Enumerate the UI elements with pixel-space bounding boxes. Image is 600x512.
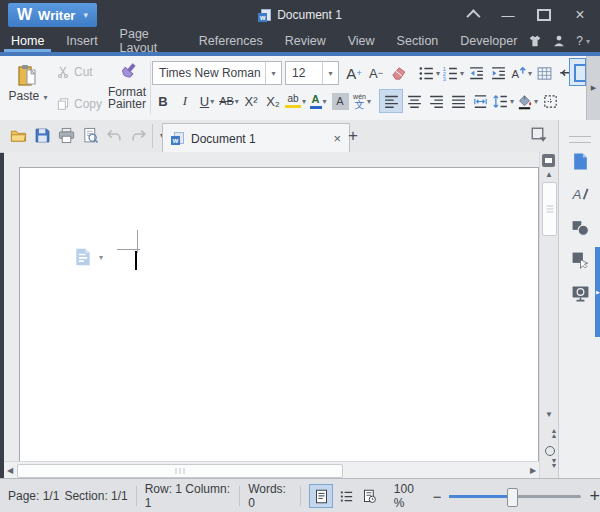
help-button[interactable]: ?▾	[576, 34, 590, 48]
underline-button[interactable]: U▾	[196, 90, 218, 112]
print-button[interactable]	[56, 125, 76, 147]
copy-button[interactable]: Copy	[56, 94, 102, 114]
word-count-indicator[interactable]: Words: 0	[248, 482, 291, 510]
tab-list-button[interactable]	[530, 126, 548, 144]
row-column-indicator[interactable]: Row: 1 Column: 1	[145, 482, 232, 510]
paste-button[interactable]: Paste ▾	[6, 58, 50, 118]
zoom-slider-thumb[interactable]	[507, 488, 518, 507]
undo-button[interactable]	[104, 125, 124, 147]
highlight-button[interactable]: ab ▾	[284, 90, 307, 112]
document-page[interactable]	[19, 167, 539, 464]
screen-capture-icon[interactable]	[571, 284, 590, 303]
shading-button[interactable]: ▾	[515, 90, 539, 112]
account-person-icon[interactable]	[552, 34, 566, 48]
minimize-button[interactable]: —	[494, 4, 522, 26]
text-effects-button[interactable]: ▾	[509, 62, 533, 84]
maximize-button[interactable]	[530, 4, 558, 26]
zoom-out-button[interactable]: −	[433, 489, 442, 504]
new-document-tab-button[interactable]: +	[342, 125, 364, 147]
justify-button[interactable]	[447, 90, 469, 112]
tab-developer[interactable]: Developer	[449, 30, 528, 52]
line-spacing-button[interactable]: ▾	[491, 90, 515, 112]
scroll-left-icon[interactable]: ◀	[4, 466, 16, 475]
insert-table-button[interactable]	[533, 62, 555, 84]
horizontal-scroll-thumb[interactable]	[17, 464, 343, 478]
task-pane-pull-tab[interactable]: ▶	[595, 247, 600, 337]
zoom-in-button[interactable]: +	[589, 487, 600, 505]
tab-close-icon[interactable]: ×	[333, 131, 341, 146]
align-right-button[interactable]	[425, 90, 447, 112]
font-name-combo[interactable]: Times New Roman ▾	[152, 61, 282, 85]
bold-button[interactable]: B	[152, 90, 174, 112]
save-button[interactable]	[32, 125, 52, 147]
phonetic-guide-button[interactable]: wén文 ▾	[351, 90, 373, 112]
hide-ribbon-button[interactable]	[458, 4, 486, 26]
page-indicator[interactable]: Page: 1/1	[8, 489, 59, 503]
outline-view-button[interactable]	[335, 485, 357, 507]
align-center-icon	[406, 93, 423, 110]
format-painter-button[interactable]: FormatPainter	[104, 58, 150, 118]
sidebar-drag-handle[interactable]	[569, 136, 591, 143]
align-center-button[interactable]	[403, 90, 425, 112]
scroll-up-icon[interactable]: ▲	[540, 170, 558, 180]
print-preview-button[interactable]	[80, 125, 100, 147]
cut-button[interactable]: Cut	[56, 62, 102, 82]
grow-font-button[interactable]: A+	[343, 62, 365, 84]
horizontal-scrollbar[interactable]: ◀ ▶	[4, 461, 540, 478]
superscript-button[interactable]: X²	[240, 90, 262, 112]
scroll-right-icon[interactable]: ▶	[527, 466, 539, 475]
scroll-down-icon[interactable]: ▼	[540, 410, 558, 420]
subscript-button[interactable]: X₂	[262, 90, 284, 112]
skin-shirt-icon[interactable]	[528, 34, 542, 48]
tab-view[interactable]: View	[337, 30, 386, 52]
select-browse-object-button[interactable]	[545, 446, 555, 456]
document-assistant-button[interactable]: ▾	[73, 247, 103, 267]
distribute-button[interactable]	[469, 90, 491, 112]
numbering-button[interactable]: ▾	[441, 62, 465, 84]
ruler-toggle-icon[interactable]	[542, 154, 555, 167]
app-menu-button[interactable]: W Writer ▾	[8, 3, 97, 27]
next-page-button[interactable]: ▼▼	[545, 458, 563, 468]
section-indicator[interactable]: Section: 1/1	[64, 489, 127, 503]
previous-page-button[interactable]: ▲▲	[545, 428, 563, 438]
vertical-scrollbar[interactable]: ▲ ▼ ▲▲ ▼▼	[539, 152, 558, 478]
chevron-down-icon: ▾	[436, 69, 440, 78]
tab-home[interactable]: Home	[0, 30, 55, 52]
align-left-button[interactable]	[379, 89, 403, 113]
print-layout-view-button[interactable]	[309, 484, 333, 508]
italic-button[interactable]: I	[174, 90, 196, 112]
clear-formatting-button[interactable]	[387, 62, 409, 84]
fullscreen-view-button[interactable]	[359, 485, 381, 507]
tab-section[interactable]: Section	[386, 30, 450, 52]
window-title-text: Document 1	[277, 8, 342, 22]
ribbon-overflow-strip[interactable]: ▶	[586, 56, 600, 120]
bullets-button[interactable]: ▾	[417, 62, 441, 84]
font-size-combo[interactable]: 12 ▾	[285, 61, 339, 85]
new-blank-page-icon[interactable]	[571, 152, 590, 171]
indent-icon	[490, 65, 507, 82]
zoom-level-value[interactable]: 100 %	[394, 482, 425, 510]
tab-page-layout[interactable]: Page Layout	[109, 30, 188, 52]
zoom-slider-fill	[449, 495, 511, 498]
redo-button[interactable]	[128, 125, 148, 147]
tab-references[interactable]: References	[188, 30, 274, 52]
numbered-list-icon	[442, 65, 459, 82]
vertical-scroll-thumb[interactable]	[542, 182, 557, 236]
borders-button[interactable]	[539, 90, 561, 112]
close-button[interactable]: ×	[566, 4, 594, 26]
increase-indent-button[interactable]	[487, 62, 509, 84]
selection-pane-icon[interactable]	[571, 251, 590, 270]
character-shading-button[interactable]: A	[329, 90, 351, 112]
tab-insert[interactable]: Insert	[55, 30, 108, 52]
decrease-indent-button[interactable]	[465, 62, 487, 84]
zoom-slider[interactable]	[449, 495, 581, 498]
document-tab[interactable]: w Document 1 ×	[162, 123, 350, 153]
open-button[interactable]	[8, 125, 28, 147]
styles-format-icon[interactable]	[571, 185, 590, 204]
font-color-button[interactable]: A ▾	[307, 90, 329, 112]
tab-review[interactable]: Review	[274, 30, 337, 52]
shapes-icon[interactable]	[571, 218, 590, 237]
shrink-font-button[interactable]: A−	[365, 62, 387, 84]
cut-off-ribbon-button[interactable]	[569, 58, 586, 86]
strikethrough-button[interactable]: AB▾	[218, 90, 240, 112]
